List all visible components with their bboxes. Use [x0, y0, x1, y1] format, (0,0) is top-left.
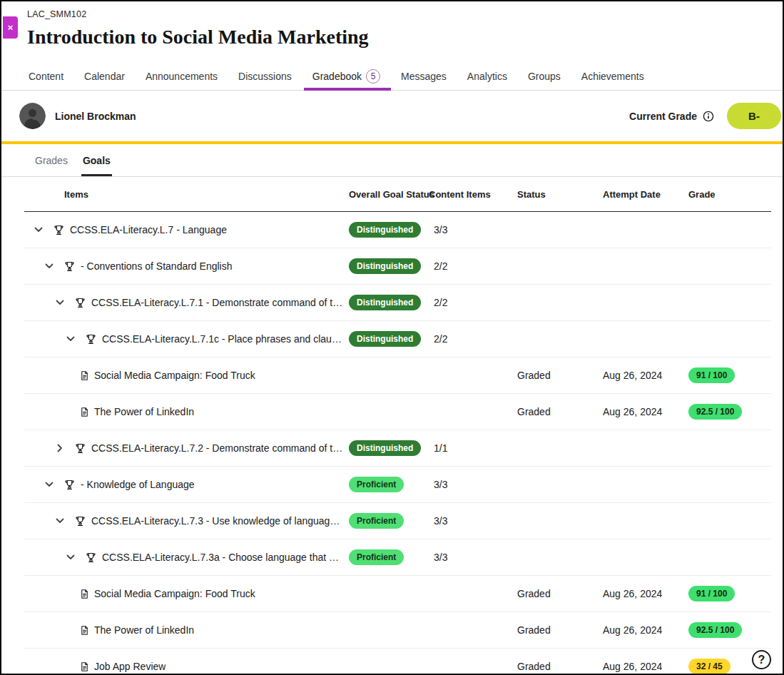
goal-status-badge: Proficient — [349, 549, 404, 565]
tab-label: Calendar — [84, 71, 125, 82]
tab-label: Content — [29, 71, 63, 82]
item-status: Graded — [517, 661, 603, 672]
goal-row[interactable]: CCSS.ELA-Literacy.L.7.1c - Place phrases… — [24, 321, 771, 357]
document-icon — [79, 588, 90, 600]
tab-announcements[interactable]: Announcements — [143, 62, 220, 90]
tab-groups[interactable]: Groups — [526, 62, 563, 90]
tab-label: Achievements — [581, 71, 644, 82]
goals-table-body: CCSS.ELA-Literacy.L.7 - LanguageDistingu… — [24, 212, 771, 675]
attempt-date: Aug 26, 2024 — [603, 661, 688, 672]
goal-status-badge: Distinguished — [349, 331, 421, 347]
column-header-items: Items — [24, 189, 349, 200]
goal-row[interactable]: - Conventions of Standard EnglishDisting… — [24, 248, 771, 285]
question-icon: ? — [758, 654, 765, 666]
goal-status-badge: Distinguished — [349, 295, 421, 310]
content-items-count: 3/3 — [429, 552, 517, 563]
current-grade-label: Current Grade — [629, 111, 697, 122]
subtab-grades[interactable]: Grades — [35, 144, 68, 176]
item-row[interactable]: The Power of LinkedInGradedAug 26, 20249… — [24, 612, 771, 649]
info-icon[interactable] — [703, 111, 714, 122]
tab-analytics[interactable]: Analytics — [465, 62, 509, 90]
tab-label: Analytics — [467, 71, 507, 82]
item-row[interactable]: Job App ReviewGradedAug 26, 202432 / 45 — [24, 649, 771, 675]
chevron-down-icon[interactable] — [54, 297, 66, 308]
chevron-down-icon[interactable] — [44, 479, 55, 490]
subtab-label: Goals — [83, 155, 111, 166]
item-label: Social Media Campaign: Food Truck — [94, 370, 255, 381]
goal-row[interactable]: CCSS.ELA-Literacy.L.7.1 - Demonstrate co… — [24, 285, 771, 321]
item-row[interactable]: Social Media Campaign: Food TruckGradedA… — [24, 576, 771, 612]
help-button[interactable]: ? — [752, 650, 771, 669]
goal-trophy-icon — [74, 515, 86, 527]
item-label: Social Media Campaign: Food Truck — [94, 588, 255, 599]
goal-trophy-icon — [53, 224, 65, 236]
content-items-count: 2/2 — [429, 297, 517, 308]
subtab-goals[interactable]: Goals — [83, 144, 111, 176]
goal-label: CCSS.ELA-Literacy.L.7.3 - Use knowledge … — [91, 515, 343, 527]
goal-trophy-icon — [74, 297, 86, 309]
tab-label: Gradebook — [312, 71, 362, 82]
goal-label: CCSS.ELA-Literacy.L.7 - Language — [70, 224, 227, 235]
attempt-date: Aug 26, 2024 — [603, 406, 688, 417]
goal-trophy-icon — [85, 333, 97, 345]
tab-gradebook[interactable]: Gradebook5 — [310, 62, 382, 90]
goal-status-badge: Distinguished — [349, 258, 421, 274]
content-items-count: 2/2 — [429, 333, 517, 345]
column-header-status: Status — [517, 189, 603, 200]
goal-label: CCSS.ELA-Literacy.L.7.3a - Choose langua… — [102, 552, 343, 563]
current-grade-pill: B- — [727, 103, 781, 129]
student-name: Lionel Brockman — [55, 111, 136, 122]
goal-trophy-icon — [85, 552, 97, 564]
student-bar: Lionel Brockman Current Grade B- — [1, 91, 783, 141]
goal-row[interactable]: CCSS.ELA-Literacy.L.7.2 - Demonstrate co… — [24, 430, 771, 467]
course-code: LAC_SMM102 — [27, 9, 783, 19]
panel-close-button[interactable]: × — [3, 16, 18, 39]
column-header-content-items: Content Items — [429, 189, 517, 200]
goal-row[interactable]: CCSS.ELA-Literacy.L.7.3a - Choose langua… — [24, 539, 771, 576]
avatar — [19, 103, 46, 129]
column-header-grade: Grade — [688, 189, 771, 200]
tab-label: Discussions — [238, 71, 292, 82]
column-header-overall-goal-status: Overall Goal Status — [349, 189, 429, 200]
person-icon — [19, 103, 46, 129]
chevron-down-icon[interactable] — [65, 333, 76, 345]
item-row[interactable]: Social Media Campaign: Food TruckGradedA… — [24, 357, 771, 394]
grade-badge: 91 / 100 — [688, 367, 735, 383]
chevron-right-icon[interactable] — [54, 442, 66, 454]
content-items-count: 3/3 — [429, 479, 517, 490]
chevron-down-icon[interactable] — [65, 552, 76, 563]
item-status: Graded — [517, 588, 603, 599]
content-items-count: 2/2 — [429, 260, 517, 272]
attempt-date: Aug 26, 2024 — [603, 370, 688, 381]
document-icon — [79, 624, 90, 636]
grade-badge: 91 / 100 — [688, 586, 735, 602]
column-header-attempt-date: Attempt Date — [603, 189, 688, 200]
item-status: Graded — [517, 624, 603, 636]
chevron-down-icon[interactable] — [33, 224, 44, 235]
course-nav: ContentCalendarAnnouncementsDiscussionsG… — [1, 62, 783, 91]
tab-messages[interactable]: Messages — [399, 62, 449, 90]
content-items-count: 3/3 — [429, 224, 517, 235]
item-label: The Power of LinkedIn — [94, 624, 194, 636]
goal-trophy-icon — [74, 442, 86, 455]
chevron-down-icon[interactable] — [54, 515, 66, 527]
item-row[interactable]: The Power of LinkedInGradedAug 26, 20249… — [24, 394, 771, 430]
goal-status-badge: Distinguished — [349, 222, 421, 238]
gradebook-count-badge: 5 — [366, 69, 380, 83]
chevron-down-icon[interactable] — [44, 260, 55, 272]
tab-achievements[interactable]: Achievements — [579, 62, 646, 90]
attempt-date: Aug 26, 2024 — [603, 588, 688, 599]
goal-row[interactable]: CCSS.ELA-Literacy.L.7.3 - Use knowledge … — [24, 503, 771, 539]
goal-row[interactable]: - Knowledge of LanguageProficient3/3 — [24, 467, 771, 503]
course-header: LAC_SMM102 Introduction to Social Media … — [1, 1, 783, 50]
tab-discussions[interactable]: Discussions — [236, 62, 294, 90]
tab-content[interactable]: Content — [26, 62, 66, 90]
goal-status-badge: Proficient — [349, 513, 404, 529]
goals-table: Items Overall Goal Status Content Items … — [24, 177, 771, 675]
grade-badge: 92.5 / 100 — [688, 622, 742, 638]
tab-calendar[interactable]: Calendar — [82, 62, 127, 90]
goal-status-badge: Distinguished — [349, 440, 421, 456]
goal-row[interactable]: CCSS.ELA-Literacy.L.7 - LanguageDistingu… — [24, 212, 771, 248]
content-items-count: 1/1 — [429, 442, 517, 454]
subtab-label: Grades — [35, 155, 68, 166]
